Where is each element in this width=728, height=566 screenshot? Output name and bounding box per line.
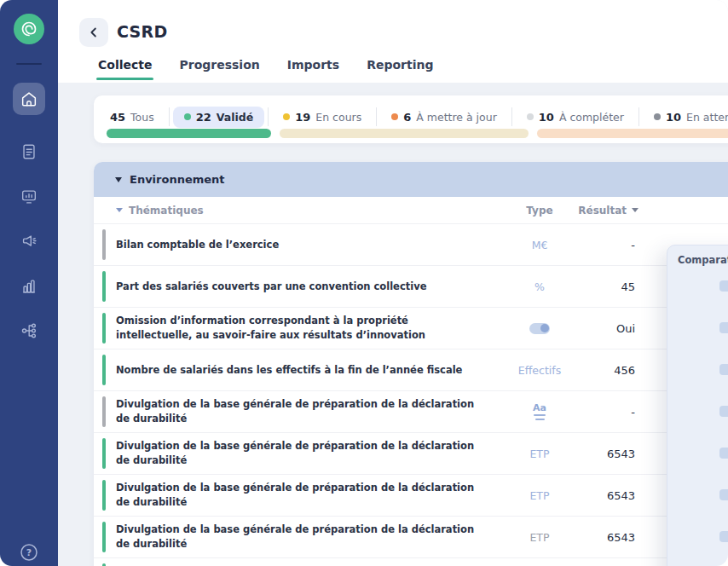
skeleton-bar: [719, 364, 728, 375]
skeleton-bar: [719, 406, 728, 417]
filter-divider: [169, 107, 170, 126]
home-icon: [20, 90, 38, 108]
filter-label: Tous: [130, 111, 154, 124]
filter-item[interactable]: 45Tous: [99, 107, 165, 128]
column-resultat-label: Résultat: [578, 205, 627, 217]
svg-text:?: ?: [26, 547, 32, 558]
header: CSRD Collecte Progression Imports Report…: [58, 0, 728, 83]
table-row[interactable]: Omission d’information correspondant à l…: [94, 308, 728, 349]
filter-divider: [268, 107, 269, 126]
filter-count: 22: [196, 111, 211, 124]
sidebar-item-dashboard[interactable]: [13, 181, 45, 213]
skeleton-bar: [719, 322, 728, 333]
comparatif-panel[interactable]: Comparatif: [667, 245, 728, 566]
row-type: %: [497, 280, 582, 293]
tab-progression[interactable]: Progression: [179, 58, 259, 80]
table-row[interactable]: [94, 558, 728, 566]
filter-item[interactable]: 6À mettre à jour: [380, 107, 508, 128]
row-label: Divulgation de la base générale de prépa…: [116, 481, 497, 509]
status-summary-card: 45Tous22Validé19En cours6À mettre à jour…: [94, 95, 728, 143]
filter-divider: [638, 107, 639, 126]
sort-triangle-icon: [632, 208, 638, 212]
table-row[interactable]: Nombre de salariés dans les effectifs à …: [94, 349, 728, 391]
text-format-icon: Aa: [533, 403, 546, 420]
row-label: Omission d’information correspondant à l…: [116, 314, 497, 342]
row-result: 6543: [582, 531, 650, 544]
column-resultat[interactable]: Résultat: [582, 205, 650, 217]
row-result: 456: [582, 364, 650, 377]
filter-item[interactable]: 22Validé: [173, 107, 265, 128]
sidebar: ?: [0, 0, 58, 566]
status-pill: [102, 396, 106, 427]
row-type: ETP: [497, 531, 582, 544]
table-row[interactable]: Divulgation de la base générale de prépa…: [94, 517, 728, 558]
status-pill: [102, 229, 106, 260]
status-dot-icon: [654, 113, 661, 120]
help-icon: ?: [19, 542, 39, 563]
row-label: Divulgation de la base générale de prépa…: [116, 397, 497, 425]
row-label: Divulgation de la base générale de prépa…: [116, 523, 497, 551]
section-header-environnement[interactable]: Environnement: [94, 162, 728, 197]
row-type: M€: [497, 239, 582, 251]
sidebar-item-announcements[interactable]: [13, 225, 45, 257]
progress-segment: [280, 129, 529, 138]
presentation-chart-icon: [20, 188, 38, 206]
environment-table-card: Environnement Thématiques Type Résultat …: [94, 162, 728, 566]
skeleton-bar: [719, 531, 728, 542]
filter-item[interactable]: 10En attente: [643, 107, 728, 128]
filter-item[interactable]: 19En cours: [272, 107, 373, 128]
spacer: [102, 195, 106, 226]
table-column-header: Thématiques Type Résultat: [94, 197, 728, 224]
row-type: Effectifs: [497, 364, 582, 377]
app-window: ? CSRD Collecte Progression Imports Repo…: [0, 0, 728, 566]
filter-count: 10: [666, 111, 681, 124]
status-dot-icon: [527, 113, 534, 120]
filter-label: Validé: [217, 111, 253, 124]
filter-label: En attente: [686, 111, 728, 124]
comparatif-title: Comparatif: [678, 254, 728, 266]
page-title: CSRD: [117, 22, 168, 41]
filter-count: 19: [295, 111, 310, 124]
tab-bar: Collecte Progression Imports Reporting: [98, 58, 433, 80]
workflow-icon: [20, 321, 38, 340]
progress-bar: [107, 129, 728, 138]
filter-bar: 45Tous22Validé19En cours6À mettre à jour…: [99, 102, 728, 131]
status-pill: [102, 522, 106, 552]
sidebar-item-analytics[interactable]: [13, 270, 45, 303]
sidebar-item-workflow[interactable]: [13, 315, 45, 347]
section-title: Environnement: [130, 173, 225, 186]
row-result: Oui: [582, 322, 650, 335]
sidebar-item-documents[interactable]: [13, 136, 45, 168]
collapse-triangle-icon: [115, 177, 122, 182]
row-result: -: [582, 239, 650, 251]
column-thematiques[interactable]: Thématiques: [116, 205, 497, 217]
tab-imports[interactable]: Imports: [287, 58, 339, 80]
table-row[interactable]: Divulgation de la base générale de prépa…: [94, 433, 728, 475]
sidebar-item-home[interactable]: [13, 83, 45, 115]
sidebar-item-help[interactable]: ?: [19, 542, 39, 563]
megaphone-icon: [20, 232, 38, 251]
status-dot-icon: [283, 113, 290, 120]
row-type: ETP: [497, 448, 582, 460]
table-row[interactable]: Bilan comptable de l’exercice M€ -: [94, 224, 728, 266]
column-thematiques-label: Thématiques: [129, 205, 204, 217]
table-row[interactable]: Divulgation de la base générale de prépa…: [94, 391, 728, 433]
column-type: Type: [497, 205, 582, 217]
filter-item[interactable]: 10À compléter: [516, 107, 635, 128]
filter-divider: [376, 107, 377, 126]
table-row[interactable]: Divulgation de la base générale de prépa…: [94, 475, 728, 517]
tab-reporting[interactable]: Reporting: [367, 58, 433, 80]
filter-label: À mettre à jour: [416, 111, 497, 124]
status-pill: [102, 438, 106, 469]
filter-count: 6: [403, 111, 411, 124]
row-result: -: [582, 406, 650, 419]
row-type: [497, 323, 582, 334]
skeleton-bar: [719, 448, 728, 459]
back-button[interactable]: [79, 18, 108, 47]
row-label: Part des salariés couverts par une conve…: [116, 280, 497, 294]
status-dot-icon: [184, 113, 191, 120]
table-row[interactable]: Part des salariés couverts par une conve…: [94, 266, 728, 308]
row-result: 45: [582, 280, 650, 293]
app-logo[interactable]: [14, 14, 44, 44]
tab-collecte[interactable]: Collecte: [98, 58, 152, 80]
